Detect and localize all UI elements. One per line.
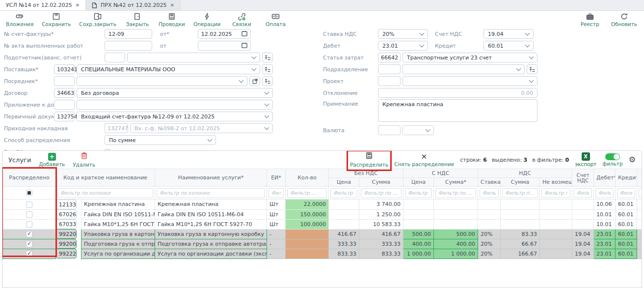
table-row[interactable]: 99200 Подготовка груза к отправке автотр… [3,239,643,249]
filter-input-credit[interactable] [617,188,635,198]
row-checkbox[interactable] [26,251,32,257]
row-checkbox[interactable] [26,202,32,208]
select-all-checkbox[interactable] [26,190,32,196]
filter-input-vat-rate[interactable] [480,188,499,198]
filter-input-unit[interactable] [268,188,284,198]
filter-toggle[interactable]: фильтр [602,153,622,167]
filter-input-sum-gross[interactable] [435,188,476,198]
col-vat-rate[interactable]: Ставка [478,178,501,187]
calendar-icon[interactable] [242,30,247,38]
act-date-field[interactable] [198,41,251,51]
operations-button[interactable]: Операции [193,13,220,27]
invoice-number-input[interactable] [105,29,152,39]
invoice-date-field[interactable] [198,29,251,39]
row-checkbox[interactable] [26,221,32,228]
calendar-icon[interactable] [242,42,247,50]
supplier-code[interactable]: 103241 [54,64,75,74]
tree-select-button[interactable] [262,53,273,62]
table-row[interactable]: 67033 Гайка М10*1,25 6Н ГОСТ 5927-70 Гай… [3,219,643,229]
filter-input-price-net[interactable] [330,188,357,198]
postings-button[interactable]: Проводки [159,13,185,27]
filter-input-service-name[interactable] [157,188,265,198]
filter-input-code-name[interactable] [57,188,153,198]
table-row[interactable]: 121337 Крепежная пластина Крепежная плас… [3,200,643,210]
export-excel-button[interactable]: X экспорт [575,152,596,167]
filter-input-vat-sum[interactable] [502,188,538,198]
row-checkbox[interactable] [26,211,32,218]
row-checkbox[interactable] [26,241,32,247]
tree-select-button[interactable] [262,76,273,86]
delete-row-button[interactable]: Удалить [73,152,95,168]
filter-input-price-gross[interactable] [405,188,432,198]
accountable-code[interactable] [105,53,125,62]
filter-input-qty[interactable] [287,188,327,198]
cost-item-select[interactable]: Транспортные услуги 23 счет [402,53,537,62]
col-unit[interactable]: ЕИ* [267,169,286,187]
col-debit[interactable]: Дебет* [594,169,616,187]
credit-select[interactable]: 60.01 [483,41,534,51]
contract-annex-code[interactable] [54,100,75,110]
primary-doc-select[interactable]: Входящий счет-фактура №12-09 от 12.02.20… [77,112,273,121]
cost-item-code[interactable]: 66642 [378,53,401,62]
department-code[interactable] [378,64,401,74]
close-icon[interactable]: ✕ [170,2,174,8]
currency-select[interactable] [402,125,434,135]
col-price-gross[interactable]: Цена [403,178,434,187]
act-date-input[interactable] [201,43,236,49]
mediator-select[interactable] [77,76,247,86]
col-vat-account[interactable]: Счет НДС [572,169,594,187]
tab-usl-document[interactable]: УСЛ №14 от 12.02.2025 ✕ [0,0,86,10]
open-card-button[interactable] [249,76,260,86]
col-qty[interactable]: Кол-во [286,169,329,187]
filter-input-sum-net[interactable] [361,188,402,198]
close-button[interactable]: Закрыть [125,13,150,27]
gear-icon[interactable]: ⚙ [629,156,636,164]
filter-input-partial[interactable] [639,188,642,198]
currency-code[interactable] [378,125,401,135]
project-code[interactable] [378,76,401,86]
contract-annex-select[interactable] [77,100,273,110]
save-button[interactable]: Сохранить [42,13,71,27]
primary-doc-code[interactable]: 132754 [54,112,75,121]
refresh-button[interactable]: Обновить [611,13,637,27]
toggle-on-icon[interactable] [605,153,620,160]
accountable-select[interactable] [127,53,260,62]
table-row[interactable]: 99222 Услуга по организации доставки (эк… [3,249,643,259]
distribute-button[interactable]: Распределить [350,152,388,168]
debit-select[interactable]: 23.01 [378,41,428,51]
tree-select-button[interactable] [527,64,537,74]
invoice-date-input[interactable] [201,31,236,37]
table-row[interactable]: 67026 Гайка DIN EN ISO 10511-М6-04 Гайка… [3,209,643,219]
registry-button[interactable]: Реестр [577,13,603,27]
act-number-input[interactable] [105,41,152,51]
col-non-refund[interactable]: Не возмещ. [540,178,572,187]
contract-select[interactable]: Без договора [77,88,273,98]
col-price-net[interactable]: Цена [329,178,359,187]
col-sum-gross[interactable]: Сумма* [434,178,478,187]
contract-code[interactable]: 34663 [54,88,75,98]
payment-button[interactable]: Оплата [263,13,288,27]
supplier-select[interactable]: СПЕЦИАЛЬНЫЕ МАТЕРИАЛЫ ООО [77,64,260,74]
col-distributed[interactable]: Распределено [3,169,56,187]
project-select[interactable] [402,76,537,86]
attachments-button[interactable]: Вложения [6,13,33,27]
filter-input-vat-account[interactable] [574,188,592,198]
tab-prh-document[interactable]: ПРХ №42 от 12.02.2025 ✕ [86,0,181,10]
filter-input-non-refund[interactable] [541,188,570,198]
links-button[interactable]: Связки [229,13,254,27]
row-checkbox[interactable] [26,231,32,237]
col-credit[interactable]: Кредит [616,169,637,187]
table-row[interactable]: 99220 Упаковка груза в картонную коробку… [3,229,643,239]
add-row-button[interactable]: + Добавить [39,153,65,167]
vat-account-select[interactable]: 19.04 [483,29,534,39]
col-service-name[interactable]: Наименование услуги* [155,169,267,187]
close-icon[interactable]: ✕ [76,2,80,8]
mediator-code[interactable] [54,76,75,86]
note-textarea[interactable]: Крепежная пластина [378,99,537,122]
distribution-method-select[interactable]: По сумме [105,135,216,145]
department-select[interactable] [402,64,525,74]
save-close-button[interactable]: Сохр.закрыть [79,13,116,27]
col-vat-sum[interactable]: Сумма [501,178,540,187]
tree-select-button[interactable] [262,64,273,74]
vat-rate-select[interactable]: 20% [378,29,428,39]
